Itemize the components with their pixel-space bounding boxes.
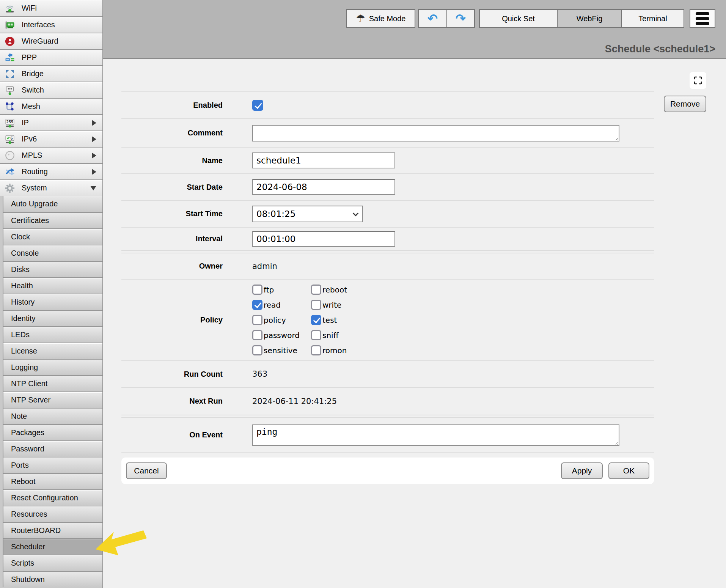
tab-quick-set[interactable]: Quick Set — [480, 10, 557, 27]
undo-redo-group: ↶ ↷ — [418, 9, 475, 28]
sidebar-item-wireguard[interactable]: WireGuard — [0, 33, 102, 49]
checkbox-sniff[interactable] — [311, 330, 321, 340]
sidebar-item-packages[interactable]: Packages — [3, 424, 102, 440]
safe-mode-button[interactable]: ☂ Safe Mode — [346, 9, 415, 28]
sidebar-item-logging[interactable]: Logging — [3, 359, 102, 375]
checkbox-policy[interactable] — [252, 315, 262, 325]
on-event-input[interactable]: ping — [252, 424, 619, 446]
sidebar-item-label: Health — [11, 281, 33, 290]
sidebar-item-ntp-server[interactable]: NTP Server — [3, 391, 102, 408]
start-date-input[interactable] — [252, 179, 395, 195]
sidebar-item-auto-upgrade[interactable]: Auto Upgrade — [3, 196, 102, 212]
sidebar-item-health[interactable]: Health — [3, 277, 102, 294]
mpls-icon — [5, 150, 15, 161]
undo-button[interactable]: ↶ — [419, 10, 446, 27]
sidebar-item-label: NTP Server — [11, 396, 50, 404]
sidebar-item-label: License — [11, 347, 37, 355]
sidebar-item-label: Clock — [11, 233, 30, 241]
fullscreen-button[interactable] — [690, 72, 706, 89]
tab-terminal[interactable]: Terminal — [621, 10, 684, 27]
checkbox-ftp[interactable] — [252, 285, 262, 295]
sidebar-item-ip[interactable]: 255IP — [0, 114, 102, 130]
sidebar-item-label: Routing — [22, 167, 48, 176]
policy-option-write: write — [311, 300, 370, 310]
enabled-checkbox[interactable] — [252, 100, 263, 111]
run-count-label: Run Count — [121, 370, 223, 379]
sidebar-item-password[interactable]: Password — [3, 440, 102, 457]
policy-option-reboot: reboot — [311, 285, 370, 295]
sidebar-item-label: Bridge — [22, 69, 44, 78]
sidebar-item-bridge[interactable]: Bridge — [0, 65, 102, 82]
sidebar-item-console[interactable]: Console — [3, 245, 102, 261]
sidebar-item-switch[interactable]: Switch — [0, 82, 102, 98]
sidebar-item-ntp-client[interactable]: NTP Client — [3, 375, 102, 391]
checkbox-reboot[interactable] — [311, 285, 321, 295]
checkbox-read[interactable] — [252, 300, 262, 310]
sidebar-item-license[interactable]: License — [3, 343, 102, 359]
remove-button[interactable]: Remove — [664, 96, 706, 112]
sidebar-item-ports[interactable]: Ports — [3, 457, 102, 473]
sidebar-item-routing[interactable]: Routing — [0, 163, 102, 179]
checkbox-sensitive[interactable] — [252, 345, 262, 355]
policy-option-label: password — [264, 331, 300, 340]
ok-button[interactable]: OK — [608, 462, 649, 479]
sidebar-item-ppp[interactable]: PPP — [0, 49, 102, 65]
sidebar-item-reset-configuration[interactable]: Reset Configuration — [3, 489, 102, 506]
sidebar-item-resources[interactable]: Resources — [3, 506, 102, 522]
sidebar-item-disks[interactable]: Disks — [3, 261, 102, 277]
sidebar-top-items: WiFiInterfacesWireGuardPPPBridgeSwitchMe… — [0, 0, 102, 196]
sidebar-item-scripts[interactable]: Scripts — [3, 555, 102, 571]
fullscreen-icon — [693, 76, 702, 85]
tab-webfig[interactable]: WebFig — [557, 10, 621, 27]
sidebar-item-label: Switch — [22, 86, 44, 94]
ppp-icon — [5, 52, 15, 63]
sidebar-item-routerboard[interactable]: RouterBOARD — [3, 522, 102, 538]
interval-input[interactable] — [252, 231, 395, 247]
policy-option-label: write — [322, 300, 341, 310]
sidebar-item-note[interactable]: Note — [3, 408, 102, 424]
sidebar-item-label: NTP Client — [11, 379, 47, 388]
checkbox-write[interactable] — [311, 300, 321, 310]
sidebar-item-wifi[interactable]: WiFi — [0, 0, 102, 16]
sidebar-item-shutdown[interactable]: Shutdown — [3, 571, 102, 587]
hamburger-menu-button[interactable] — [690, 9, 715, 28]
sidebar-item-mesh[interactable]: Mesh — [0, 98, 102, 114]
on-event-label: On Event — [121, 431, 223, 439]
policy-option-label: ftp — [264, 285, 274, 294]
policy-option-sensitive: sensitive — [252, 345, 311, 355]
checkbox-test[interactable] — [311, 315, 321, 325]
sidebar-item-reboot[interactable]: Reboot — [3, 473, 102, 489]
sidebar-item-label: IPv6 — [22, 135, 37, 143]
sidebar-item-interfaces[interactable]: Interfaces — [0, 16, 102, 33]
start-date-label: Start Date — [121, 183, 223, 192]
chevron-right-icon — [92, 120, 96, 126]
sidebar-item-certificates[interactable]: Certificates — [3, 212, 102, 228]
view-tabs: Quick Set WebFig Terminal — [479, 9, 684, 28]
policy-option-label: sniff — [322, 331, 338, 340]
redo-icon: ↷ — [456, 11, 466, 26]
comment-input[interactable] — [252, 125, 619, 141]
sidebar-item-scheduler[interactable]: Scheduler — [3, 538, 102, 555]
sidebar-item-clock[interactable]: Clock — [3, 228, 102, 245]
sidebar-item-label: WiFi — [22, 4, 37, 13]
sidebar-item-leds[interactable]: LEDs — [3, 326, 102, 343]
sidebar-item-ipv6[interactable]: 6IPv6 — [0, 130, 102, 147]
redo-button[interactable]: ↷ — [446, 10, 474, 27]
start-time-select[interactable]: 08:01:25 — [252, 206, 363, 222]
enabled-label: Enabled — [121, 101, 223, 110]
sidebar-item-identity[interactable]: Identity — [3, 310, 102, 326]
owner-value: admin — [252, 262, 277, 271]
checkbox-password[interactable] — [252, 330, 262, 340]
sidebar-item-label: Shutdown — [11, 575, 45, 584]
cancel-button[interactable]: Cancel — [126, 462, 167, 479]
name-input[interactable] — [252, 153, 395, 168]
sidebar-item-system[interactable]: System — [0, 179, 102, 196]
apply-button[interactable]: Apply — [561, 462, 603, 479]
policy-option-label: policy — [264, 316, 286, 325]
checkbox-romon[interactable] — [311, 345, 321, 355]
sidebar-item-history[interactable]: History — [3, 294, 102, 310]
policy-option-policy: policy — [252, 315, 311, 325]
sidebar-item-mpls[interactable]: MPLS — [0, 147, 102, 163]
chevron-down-icon — [90, 186, 96, 190]
section-divider — [121, 250, 654, 253]
